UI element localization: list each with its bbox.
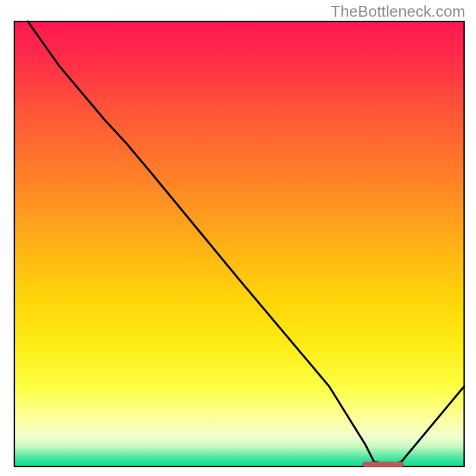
chart-container: TheBottleneck.com: [0, 0, 476, 476]
watermark-text: TheBottleneck.com: [331, 2, 465, 21]
bottleneck-chart: [0, 0, 476, 476]
chart-background: [14, 21, 464, 466]
